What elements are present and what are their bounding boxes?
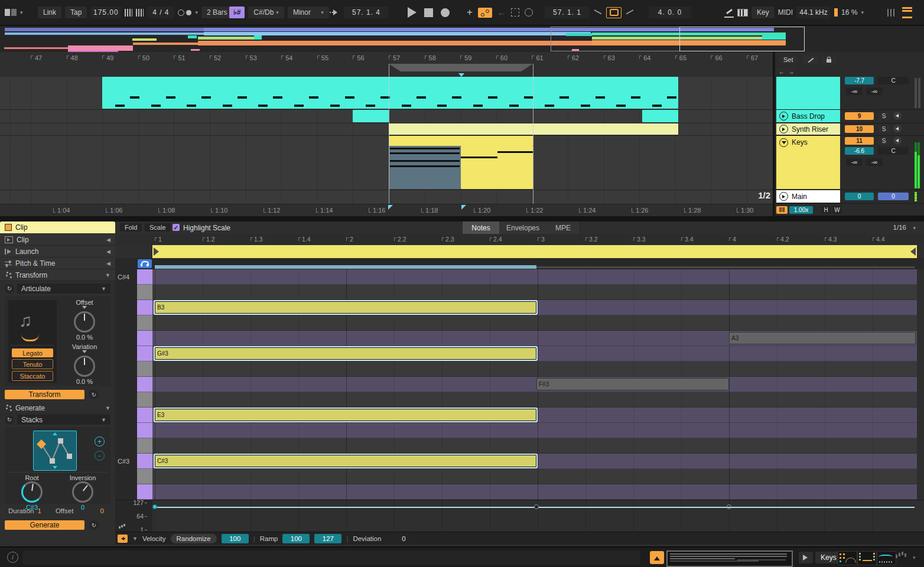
track-header-main[interactable]: Main (776, 190, 840, 203)
highlight-scale-checkbox[interactable]: ✓ (173, 224, 180, 231)
offset-value[interactable]: 0.0 % (61, 334, 108, 341)
variation-knob[interactable] (74, 356, 95, 377)
loop-switch[interactable] (606, 7, 622, 18)
bass-drop-fold-icon[interactable] (779, 112, 788, 120)
prev-locator-button[interactable]: ← (777, 68, 785, 76)
locator-marker-icon[interactable] (388, 205, 393, 210)
stacks-visualization[interactable] (33, 431, 77, 471)
arrangement-clip[interactable] (642, 110, 678, 122)
loop-length-field[interactable]: 4. 0. 0 (649, 6, 691, 18)
bass-drop-midi-channel[interactable]: 9 (845, 112, 874, 120)
tempo-field[interactable]: 175.00 (90, 6, 121, 18)
midi-note-G#3[interactable]: G#3 (155, 347, 536, 360)
arrangement-clip[interactable] (102, 77, 678, 109)
randomize-button[interactable]: Randomize (171, 534, 217, 543)
tab-envelopes[interactable]: Envelopes (499, 221, 547, 234)
midi-note-C#3[interactable]: C#3 (155, 455, 536, 467)
midi-note-E3[interactable]: E3 (155, 409, 536, 421)
piano-key-E3[interactable] (137, 408, 152, 423)
punch-out-icon[interactable] (625, 9, 635, 16)
loop-start-marker-icon[interactable] (154, 247, 163, 256)
gen-offset-value[interactable]: 0 (100, 507, 104, 514)
track-header-bass-drop[interactable]: Bass Drop (776, 110, 840, 122)
root-knob[interactable] (21, 481, 43, 503)
tab-notes[interactable]: Notes (463, 221, 500, 234)
generate-refresh-icon[interactable]: ↻ (5, 415, 14, 425)
deviation-value[interactable]: 0 (386, 534, 421, 543)
tenuto-button[interactable]: Tenuto (12, 359, 53, 369)
stop-button[interactable] (424, 8, 433, 17)
note-row-G3[interactable] (152, 361, 917, 377)
scale-mode-button[interactable]: ♭# (229, 6, 245, 18)
arrangement-clip[interactable] (389, 136, 533, 146)
record-button[interactable] (441, 8, 450, 17)
follow-icon[interactable] (330, 9, 340, 15)
note-row-C#4[interactable] (152, 269, 917, 285)
keys-fold-icon[interactable] (779, 138, 788, 147)
key-map-button[interactable]: Key (751, 6, 775, 18)
nudge-down-icon[interactable] (125, 9, 132, 17)
preview-headphone-icon[interactable] (138, 259, 152, 268)
piano-key-C4[interactable] (137, 285, 152, 300)
main-pan[interactable]: 0 (878, 193, 909, 200)
velocity-marker[interactable] (534, 504, 539, 509)
link-button[interactable]: Link (38, 6, 61, 18)
device-thumbnail-1[interactable] (838, 551, 857, 565)
keys-send-a[interactable]: -∞ (846, 158, 863, 166)
time-signature-field[interactable]: 4 / 4 (147, 6, 174, 18)
midi-note-A3[interactable]: A3 (729, 332, 916, 344)
draw-automation-button[interactable] (803, 56, 818, 64)
main-volume[interactable]: 0 (845, 193, 874, 200)
piano-key-B3[interactable] (137, 300, 152, 315)
half-speed-button[interactable]: H (821, 206, 831, 214)
note-row-F#3[interactable] (152, 377, 917, 392)
key-scale-menu[interactable]: Minor▾ (288, 6, 329, 18)
device-thumbnail-3[interactable] (877, 551, 896, 565)
section-pitch-time[interactable]: Pitch & Time◀ (0, 258, 115, 269)
metronome-caret[interactable]: ▾ (195, 9, 198, 15)
lane-caret[interactable]: ▼ (132, 536, 138, 542)
piano-key-C#4[interactable] (137, 269, 152, 285)
velocity-marker[interactable] (727, 504, 731, 509)
warp-speed-icon[interactable]: ‖‖ (776, 206, 788, 214)
randomize-amount[interactable]: 100 (222, 534, 249, 543)
transform-reapply-icon[interactable]: ↻ (89, 390, 99, 399)
stacks-add-button[interactable]: + (95, 436, 105, 447)
output-caret[interactable]: ▾ (913, 555, 916, 561)
transform-preset-dropdown[interactable]: Articulate▼ (17, 284, 110, 294)
section-generate[interactable]: Generate▼ (0, 402, 115, 414)
info-view[interactable] (22, 550, 640, 565)
main-fold-icon[interactable] (779, 192, 788, 201)
keys-pan[interactable]: C (878, 147, 909, 155)
track1-volume[interactable]: -7.7 (845, 77, 874, 84)
loop-start-field[interactable]: 57. 1. 1 (545, 6, 590, 18)
synth-riser-solo-button[interactable]: S (878, 125, 890, 133)
note-row-A#3[interactable] (152, 315, 917, 331)
piano-key-C3[interactable] (137, 469, 152, 484)
track1-send-b[interactable]: -∞ (866, 87, 883, 95)
piano-key-D#3[interactable] (137, 423, 152, 438)
midi-note-B3[interactable]: B3 (155, 301, 536, 314)
device-thumbnail-2[interactable] (857, 551, 877, 565)
note-row-C3[interactable] (152, 469, 917, 484)
draw-mode-icon[interactable] (724, 8, 734, 18)
punch-in-icon[interactable] (593, 9, 603, 16)
tab-mpe[interactable]: MPE (546, 221, 580, 234)
automation-mode-button[interactable] (478, 8, 492, 18)
piano-key-G3[interactable] (137, 361, 152, 377)
section-launch[interactable]: Launch◀ (0, 246, 115, 258)
playback-speed-field[interactable]: 1.00x (789, 206, 813, 214)
synth-riser-midi-channel[interactable]: 10 (845, 125, 874, 133)
beat-ruler[interactable]: 11.21.31.422.22.32.433.23.33.444.24.34.4 (115, 234, 924, 245)
keys-solo-button[interactable]: S (878, 137, 890, 145)
metronome-icon[interactable] (178, 9, 191, 16)
transform-apply-button[interactable]: Transform (5, 390, 84, 399)
staccato-button[interactable]: Staccato (12, 371, 53, 381)
bar-ruler[interactable]: 4748495051525354555657585960616263646566… (0, 52, 773, 77)
synth-riser-fold-icon[interactable] (779, 125, 788, 133)
re-enable-automation-icon[interactable]: ← (497, 8, 506, 17)
time-ruler[interactable]: 1:041:061:081:101:121:141:161:181:201:22… (0, 204, 773, 216)
next-locator-button[interactable]: → (788, 68, 795, 76)
midi-note-F#3[interactable]: F#3 (536, 378, 729, 390)
grid-value[interactable]: 1/16 (893, 224, 906, 231)
